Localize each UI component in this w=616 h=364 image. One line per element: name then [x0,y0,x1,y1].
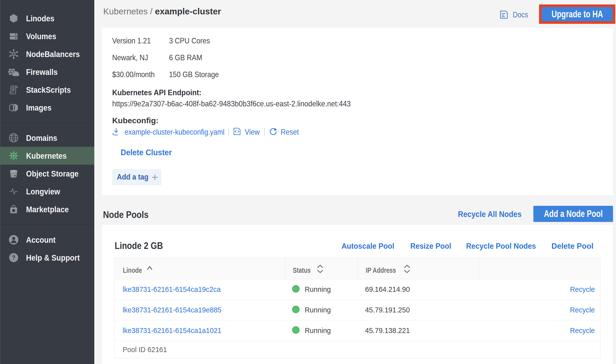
svg-text:?: ? [12,254,16,261]
